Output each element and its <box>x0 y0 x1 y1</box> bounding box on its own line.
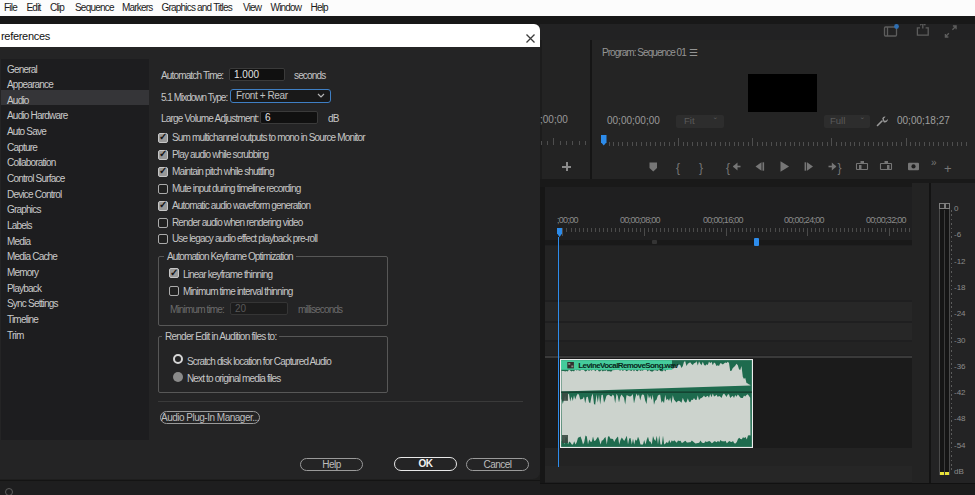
svg-text:+: + <box>944 160 952 175</box>
svg-text:}: } <box>838 161 842 175</box>
svg-text:}: } <box>699 161 703 175</box>
svg-text:{: { <box>676 161 680 175</box>
svg-text:{: { <box>726 161 730 175</box>
svg-text:LevineVocalRemoveSong.wav: LevineVocalRemoveSong.wav <box>578 361 679 370</box>
svg-text:»: » <box>931 157 937 168</box>
